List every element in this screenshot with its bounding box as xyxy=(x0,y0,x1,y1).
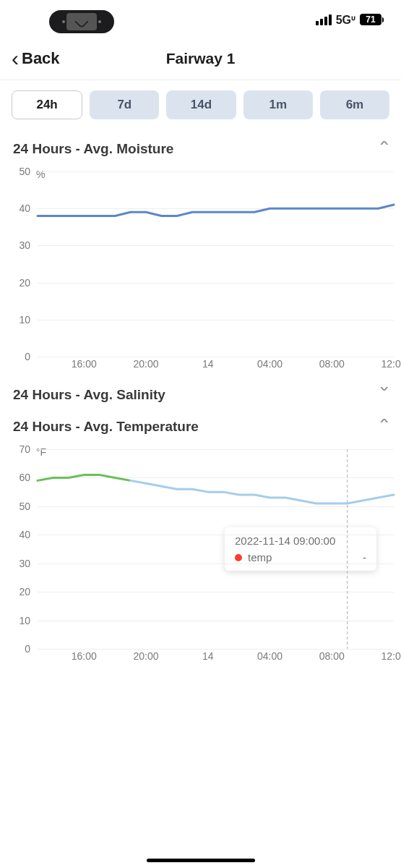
y-tick: 50 xyxy=(9,501,30,512)
x-tick: 04:00 xyxy=(257,650,283,662)
section-head-moisture[interactable]: 24 Hours - Avg. Moisture ˄ xyxy=(0,132,401,164)
tab-6m[interactable]: 6m xyxy=(320,90,389,119)
y-tick: 10 xyxy=(9,314,30,326)
chart-temperature[interactable]: °F 2022-11-14 09:00:00 temp - 0102030405… xyxy=(0,442,401,671)
chevron-up-icon: ˄ xyxy=(378,417,391,436)
x-tick: 20:00 xyxy=(134,650,159,662)
section-head-temperature[interactable]: 24 Hours - Avg. Temperature ˄ xyxy=(0,410,401,442)
y-tick: 20 xyxy=(9,586,30,597)
y-tick: 30 xyxy=(9,239,30,251)
y-tick: 0 xyxy=(9,643,30,655)
chevron-down-icon: ˅ xyxy=(378,386,391,404)
y-tick: 40 xyxy=(9,529,30,540)
battery-percent: 71 xyxy=(360,14,381,25)
x-tick: 14 xyxy=(202,358,214,370)
y-tick: 0 xyxy=(9,351,30,362)
chart-line xyxy=(38,475,131,480)
chart-line xyxy=(38,205,394,216)
tab-24h[interactable]: 24h xyxy=(12,90,82,119)
y-tick: 40 xyxy=(9,203,30,214)
tab-14d[interactable]: 14d xyxy=(166,90,236,119)
page-title: Fairway 1 xyxy=(166,50,236,67)
y-tick: 10 xyxy=(9,615,30,626)
section-head-salinity[interactable]: 24 Hours - Avg. Salinity ˅ xyxy=(0,378,401,410)
time-range-tabs: 24h 7d 14d 1m 6m xyxy=(0,90,401,132)
x-tick: 14 xyxy=(202,650,214,662)
battery-icon: 71 xyxy=(360,14,384,25)
section-title-moisture: 24 Hours - Avg. Moisture xyxy=(13,141,173,157)
cellular-signal-icon xyxy=(316,14,332,25)
network-label: 5Gᶸ xyxy=(336,13,355,27)
section-title-salinity: 24 Hours - Avg. Salinity xyxy=(13,387,165,403)
phone-icon xyxy=(74,14,89,29)
chevron-up-icon: ˄ xyxy=(378,140,391,158)
y-tick: 30 xyxy=(9,558,30,569)
section-title-temperature: 24 Hours - Avg. Temperature xyxy=(13,419,199,435)
x-tick: 16:00 xyxy=(72,358,97,370)
tab-7d[interactable]: 7d xyxy=(90,90,159,119)
status-bar: 5Gᶸ 71 xyxy=(0,0,401,39)
x-tick: 12:00 xyxy=(381,358,401,370)
back-button[interactable]: ‹ Back xyxy=(12,48,60,69)
chart-moisture[interactable]: % 0102030405016:0020:001404:0008:0012:00 xyxy=(0,164,401,378)
divider xyxy=(0,80,401,80)
chart-line xyxy=(131,480,394,503)
y-tick: 50 xyxy=(9,166,30,177)
x-tick: 16:00 xyxy=(72,650,97,662)
x-tick: 08:00 xyxy=(319,650,345,662)
back-label: Back xyxy=(22,49,60,68)
x-tick: 08:00 xyxy=(319,358,345,370)
tab-1m[interactable]: 1m xyxy=(243,90,313,119)
y-tick: 20 xyxy=(9,277,30,289)
x-tick: 12:00 xyxy=(381,650,401,662)
x-tick: 20:00 xyxy=(134,358,159,370)
nav-header: ‹ Back Fairway 1 xyxy=(0,39,401,80)
x-tick: 04:00 xyxy=(257,358,283,370)
y-tick: 70 xyxy=(9,443,30,455)
home-indicator[interactable] xyxy=(147,859,255,862)
dynamic-island xyxy=(49,10,114,33)
y-tick: 60 xyxy=(9,472,30,483)
chevron-left-icon: ‹ xyxy=(12,48,19,69)
